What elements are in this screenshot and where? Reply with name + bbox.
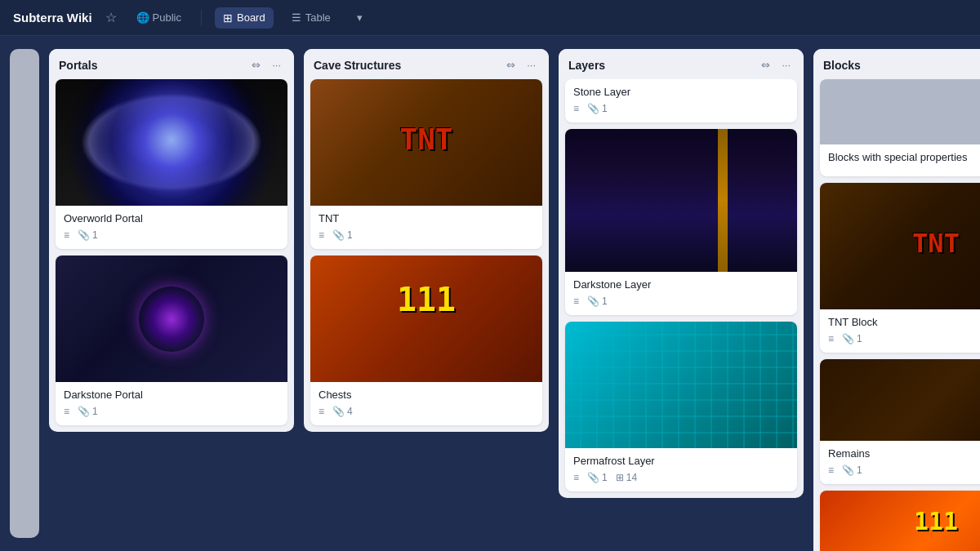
card-chests[interactable]: Chests ≡ 📎 4 [310, 256, 542, 425]
app-title: Subterra Wiki [13, 11, 92, 24]
card-tnt-block[interactable]: TNT Block ≡ 📎 1 [820, 183, 980, 353]
meta-value: 1 [347, 229, 353, 241]
meta-icon: 📎 [332, 406, 345, 417]
meta-item: ≡ [828, 464, 834, 476]
card-body: Blocks with special properties [820, 144, 980, 176]
card-blocks-special[interactable]: Blocks with special properties [820, 79, 980, 176]
meta-item: 📎 1 [332, 229, 353, 241]
meta-icon: ≡ [828, 464, 834, 476]
meta-item: 📎 1 [587, 295, 608, 307]
meta-value: 4 [347, 406, 353, 417]
meta-item: ≡ [573, 103, 579, 114]
column-header-cave-structures: Cave Structures ⇔ ··· [304, 49, 549, 79]
columns-container: Portals ⇔ ··· Overworld Portal ≡ 📎 1 [49, 49, 980, 551]
card-permafrost-layer[interactable]: Permafrost Layer ≡ 📎 1 ⊞ 14 [565, 322, 797, 491]
table-button[interactable]: ☰ Table [283, 7, 339, 28]
card-overworld-portal[interactable]: Overworld Portal ≡ 📎 1 [56, 79, 287, 249]
column-menu-button[interactable]: ··· [523, 57, 539, 73]
card-body: Stone Layer ≡ 📎 1 [565, 79, 797, 122]
meta-icon: ≡ [64, 229, 69, 241]
meta-icon: ≡ [318, 406, 324, 417]
meta-icon: 📎 [78, 229, 90, 241]
column-title-cave-structures: Cave Structures [314, 59, 401, 72]
meta-icon: 📎 [587, 472, 599, 483]
card-title: Blocks with special properties [828, 151, 980, 163]
card-meta: ≡ 📎 1 [828, 333, 980, 344]
meta-value: 14 [626, 472, 637, 483]
card-body: Darkstone Portal ≡ 📎 1 [56, 382, 287, 425]
meta-item: ≡ [318, 229, 324, 241]
column-body-cave-structures: TNT ≡ 📎 1 Chests ≡ [304, 79, 549, 432]
navbar: Subterra Wiki ☆ 🌐 Public ⊞ Board ☰ Table… [0, 0, 980, 36]
column-expand-button[interactable]: ⇔ [758, 57, 773, 73]
card-darkstone-portal[interactable]: Darkstone Portal ≡ 📎 1 [56, 256, 287, 425]
meta-item: 📎 1 [78, 229, 98, 241]
card-title: Darkstone Layer [573, 278, 789, 291]
meta-icon: ≡ [828, 333, 834, 344]
card-title: Overworld Portal [64, 212, 279, 224]
meta-icon: 📎 [842, 333, 854, 344]
card-stone-layer[interactable]: Stone Layer ≡ 📎 1 [565, 79, 797, 122]
card-meta: ≡ 📎 1 [828, 464, 980, 476]
card-body: TNT ≡ 📎 1 [310, 206, 542, 249]
nav-separator [201, 10, 202, 26]
column-menu-button[interactable]: ··· [269, 57, 284, 73]
board-icon: ⊞ [223, 11, 233, 24]
card-title: Chests [318, 389, 534, 401]
globe-icon: 🌐 [136, 11, 149, 24]
column-title-portals: Portals [59, 59, 97, 72]
card-meta: ≡ 📎 1 [64, 229, 279, 241]
card-title: Darkstone Portal [64, 389, 279, 401]
column-header-actions: ⇔ ··· [758, 57, 794, 73]
column-body-portals: Overworld Portal ≡ 📎 1 Darkstone Portal … [49, 79, 294, 432]
card-meta: ≡ 📎 1 [573, 295, 789, 307]
meta-item: 📎 1 [842, 333, 862, 344]
column-menu-button[interactable]: ··· [778, 57, 794, 73]
column-header-portals: Portals ⇔ ··· [49, 49, 294, 79]
meta-icon: 📎 [842, 464, 854, 476]
meta-icon: 📎 [332, 229, 345, 241]
more-button[interactable]: ▾ [349, 7, 371, 28]
column-expand-button[interactable]: ⇔ [248, 57, 264, 73]
visibility-badge[interactable]: 🌐 Public [130, 8, 188, 27]
meta-value: 1 [602, 103, 608, 114]
card-meta: ≡ 📎 1 [318, 229, 534, 241]
card-tnt[interactable]: TNT ≡ 📎 1 [310, 79, 542, 249]
meta-icon: 📎 [587, 103, 599, 114]
card-title: TNT [318, 212, 534, 224]
meta-value: 1 [92, 229, 98, 241]
meta-item: 📎 1 [842, 464, 862, 476]
card-lava-block[interactable] [820, 491, 980, 551]
card-title: TNT Block [828, 316, 980, 328]
meta-item: ≡ [828, 333, 834, 344]
meta-value: 1 [857, 333, 862, 344]
meta-item: 📎 1 [587, 472, 608, 483]
star-button[interactable]: ☆ [102, 7, 120, 29]
card-darkstone-layer[interactable]: Darkstone Layer ≡ 📎 1 [565, 129, 797, 315]
meta-icon: 📎 [587, 295, 599, 307]
card-body: Chests ≡ 📎 4 [310, 382, 542, 425]
meta-value: 1 [602, 295, 608, 307]
column-expand-button[interactable]: ⇔ [503, 57, 519, 73]
column-blocks: Blocks ⇔ ··· Blocks with special propert… [813, 49, 980, 551]
card-body: Remains ≡ 📎 1 [820, 441, 980, 484]
column-header-actions: ⇔ ··· [248, 57, 284, 73]
table-label: Table [305, 11, 331, 24]
board-area: Portals ⇔ ··· Overworld Portal ≡ 📎 1 [0, 36, 980, 551]
meta-item: ≡ [64, 229, 69, 241]
board-label: Board [237, 11, 265, 24]
meta-value: 1 [602, 472, 608, 483]
column-header-blocks: Blocks ⇔ ··· [813, 49, 980, 79]
meta-icon: 📎 [78, 406, 90, 417]
meta-icon: ≡ [318, 229, 324, 241]
card-meta: ≡ 📎 1 ⊞ 14 [573, 472, 789, 483]
meta-icon: ≡ [573, 103, 579, 114]
board-button[interactable]: ⊞ Board [215, 7, 274, 29]
card-remains[interactable]: Remains ≡ 📎 1 [820, 359, 980, 484]
meta-value: 1 [92, 406, 98, 417]
table-icon: ☰ [292, 11, 301, 24]
left-peek-column [10, 49, 39, 538]
meta-item: 📎 4 [332, 406, 353, 417]
meta-item: 📎 1 [587, 103, 608, 114]
meta-icon: ≡ [573, 472, 579, 483]
